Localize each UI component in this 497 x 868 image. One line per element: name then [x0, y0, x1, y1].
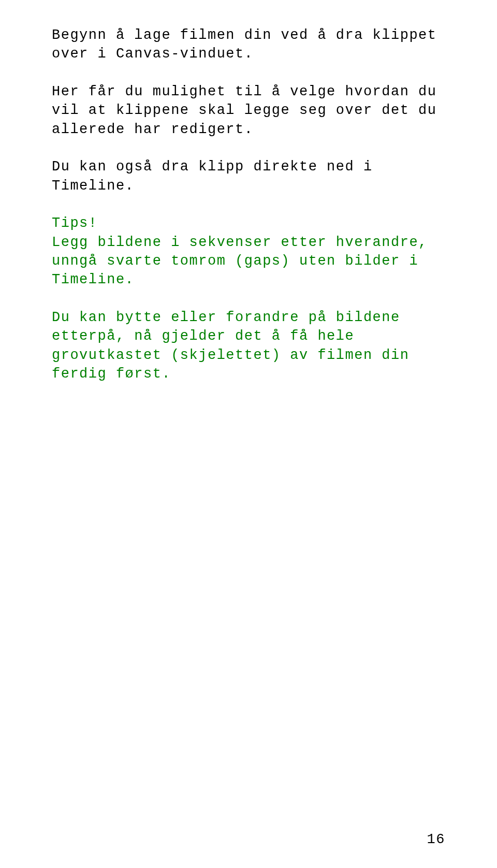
page-number: 16: [427, 832, 445, 847]
tip-paragraph: Tips! Legg bildene i sekvenser etter hve…: [52, 214, 445, 290]
body-paragraph: Her får du mulighet til å velge hvordan …: [52, 82, 445, 139]
document-page: Begynn å lage filmen din ved å dra klipp…: [0, 0, 497, 868]
tip-paragraph: Du kan bytte eller forandre på bildene e…: [52, 308, 445, 384]
body-paragraph: Begynn å lage filmen din ved å dra klipp…: [52, 26, 445, 64]
body-paragraph: Du kan også dra klipp direkte ned i Time…: [52, 157, 445, 195]
